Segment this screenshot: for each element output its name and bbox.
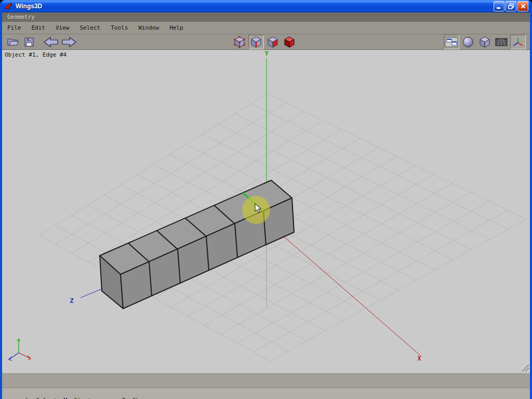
menu-select[interactable]: Select (75, 22, 106, 34)
statusbar: L: Select M: Start camera R: Show menu (2, 388, 530, 399)
mini-axes (9, 339, 31, 361)
face-select-icon (267, 36, 279, 48)
smooth-shaded-icon (462, 36, 474, 48)
back-button[interactable] (42, 35, 60, 49)
body-select-button[interactable] (282, 35, 297, 49)
vertex-select-button[interactable] (232, 35, 247, 49)
edge-select-icon (250, 36, 262, 48)
menu-help[interactable]: Help (164, 22, 189, 34)
menubar: File Edit View Select Tools Window Help (2, 22, 530, 34)
y-axis: Y (264, 50, 269, 308)
close-button[interactable] (517, 1, 528, 11)
bottom-panel (2, 373, 530, 388)
titlebar[interactable]: Wings3D (2, 0, 530, 12)
smooth-shaded-button[interactable] (460, 35, 476, 49)
x-axis-label: X (417, 355, 421, 362)
viewport[interactable]: Y X Z (2, 50, 530, 373)
restore-icon (508, 4, 514, 9)
forward-arrow-icon (61, 36, 77, 48)
toolbar (2, 34, 530, 50)
restore-button[interactable] (506, 1, 516, 11)
view-windows-button[interactable] (444, 35, 459, 49)
close-icon (521, 4, 526, 9)
toolbar-file-group (5, 35, 78, 49)
x-axis: X (284, 237, 421, 362)
ground-plane-button[interactable] (494, 35, 509, 49)
app-body: Geometry File Edit View Select Tools Win… (2, 12, 530, 397)
resize-grip[interactable] (522, 365, 529, 371)
save-button[interactable] (21, 35, 37, 49)
show-axes-icon (512, 36, 524, 48)
save-icon (24, 37, 34, 47)
view-options-group (444, 35, 526, 49)
viewport-svg[interactable]: Y X Z (2, 50, 530, 373)
menu-edit[interactable]: Edit (26, 22, 51, 34)
z-axis: Z (70, 289, 102, 304)
body-select-icon (283, 36, 296, 48)
menu-view[interactable]: View (50, 22, 75, 34)
z-axis-label: Z (70, 297, 73, 304)
view-windows-icon (445, 37, 458, 47)
minimize-icon (496, 4, 502, 9)
menu-file[interactable]: File (2, 22, 26, 34)
selection-mode-group (232, 35, 297, 49)
geometry-window-tab: Geometry (2, 12, 530, 22)
workmode-cube-icon (478, 36, 491, 48)
open-icon (7, 37, 19, 47)
workmode-button[interactable] (477, 35, 493, 49)
open-button[interactable] (5, 35, 21, 49)
mouse-hints: L: Select M: Start camera R: Show menu (26, 397, 164, 399)
window-title: Wings3D (16, 3, 493, 10)
geometry-window-label: Geometry (7, 14, 35, 20)
ground-plane-icon (495, 37, 508, 47)
y-axis-label: Y (264, 50, 269, 57)
minimize-button[interactable] (494, 1, 504, 11)
menu-tools[interactable]: Tools (105, 22, 133, 34)
menu-window[interactable]: Window (133, 22, 164, 34)
show-axes-button[interactable] (510, 35, 526, 49)
app-window: Wings3D Geometry File Edit View Select T… (0, 0, 532, 399)
edge-select-button[interactable] (248, 35, 264, 49)
face-select-button[interactable] (265, 35, 281, 49)
back-arrow-icon (43, 36, 59, 48)
vertex-select-icon (233, 36, 246, 48)
forward-button[interactable] (60, 35, 78, 49)
app-logo-icon (5, 2, 13, 10)
info-line: Object #1, Edge #4 (5, 51, 66, 58)
